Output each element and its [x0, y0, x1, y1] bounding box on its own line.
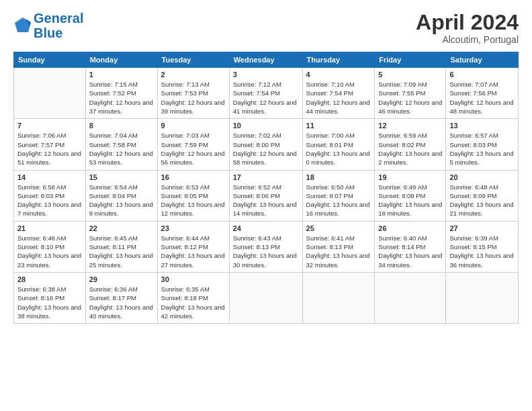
logo-text: General Blue [34, 11, 83, 40]
day-number: 10 [233, 122, 299, 130]
day-info: Sunrise: 6:36 AMSunset: 8:17 PMDaylight:… [89, 285, 154, 320]
calendar-cell: 16Sunrise: 6:53 AMSunset: 8:05 PMDayligh… [157, 170, 229, 221]
weekday-header-tuesday: Tuesday [157, 52, 229, 68]
day-info: Sunrise: 7:02 AMSunset: 8:00 PMDaylight:… [233, 131, 299, 167]
logo: General Blue [13, 11, 83, 40]
day-number: 8 [89, 122, 154, 130]
day-info: Sunrise: 6:53 AMSunset: 8:05 PMDaylight:… [161, 183, 226, 218]
day-info: Sunrise: 7:03 AMSunset: 7:59 PMDaylight:… [161, 131, 226, 167]
calendar-cell: 22Sunrise: 6:45 AMSunset: 8:11 PMDayligh… [85, 221, 157, 272]
day-info: Sunrise: 6:52 AMSunset: 8:06 PMDaylight:… [233, 183, 299, 218]
weekday-header-sunday: Sunday [14, 52, 86, 68]
calendar-table: SundayMondayTuesdayWednesdayThursdayFrid… [13, 52, 519, 324]
day-number: 25 [306, 224, 371, 232]
calendar-cell: 4Sunrise: 7:10 AMSunset: 7:54 PMDaylight… [302, 68, 375, 119]
day-info: Sunrise: 6:40 AMSunset: 8:14 PMDaylight:… [378, 234, 442, 269]
day-number: 9 [161, 122, 226, 130]
calendar-week-row: 28Sunrise: 6:38 AMSunset: 8:16 PMDayligh… [14, 272, 519, 323]
calendar-week-row: 21Sunrise: 6:46 AMSunset: 8:10 PMDayligh… [14, 221, 519, 272]
day-info: Sunrise: 6:46 AMSunset: 8:10 PMDaylight:… [17, 234, 82, 269]
day-info: Sunrise: 6:49 AMSunset: 8:08 PMDaylight:… [378, 183, 442, 218]
day-number: 22 [89, 224, 154, 232]
day-number: 12 [378, 122, 442, 130]
day-info: Sunrise: 7:15 AMSunset: 7:52 PMDaylight:… [89, 80, 154, 116]
day-info: Sunrise: 6:57 AMSunset: 8:03 PMDaylight:… [449, 131, 515, 167]
day-info: Sunrise: 6:50 AMSunset: 8:07 PMDaylight:… [306, 183, 371, 218]
day-number: 29 [89, 275, 154, 283]
day-info: Sunrise: 7:07 AMSunset: 7:56 PMDaylight:… [449, 80, 515, 116]
calendar-cell: 27Sunrise: 6:39 AMSunset: 8:15 PMDayligh… [446, 221, 519, 272]
calendar-week-row: 7Sunrise: 7:06 AMSunset: 7:57 PMDaylight… [14, 119, 519, 170]
day-info: Sunrise: 7:10 AMSunset: 7:54 PMDaylight:… [306, 80, 371, 116]
day-number: 5 [378, 71, 442, 79]
day-number: 6 [449, 71, 515, 79]
calendar-cell: 7Sunrise: 7:06 AMSunset: 7:57 PMDaylight… [14, 119, 86, 170]
day-number: 3 [233, 71, 299, 79]
calendar-cell: 12Sunrise: 6:59 AMSunset: 8:02 PMDayligh… [375, 119, 446, 170]
day-info: Sunrise: 6:48 AMSunset: 8:09 PMDaylight:… [449, 183, 515, 218]
day-info: Sunrise: 7:00 AMSunset: 8:01 PMDaylight:… [306, 131, 371, 167]
calendar-week-row: 14Sunrise: 6:56 AMSunset: 8:03 PMDayligh… [14, 170, 519, 221]
day-number: 27 [449, 224, 515, 232]
day-number: 23 [161, 224, 226, 232]
calendar-cell: 19Sunrise: 6:49 AMSunset: 8:08 PMDayligh… [375, 170, 446, 221]
weekday-header-thursday: Thursday [302, 52, 375, 68]
location-subtitle: Alcoutim, Portugal [416, 34, 519, 45]
calendar-cell: 21Sunrise: 6:46 AMSunset: 8:10 PMDayligh… [14, 221, 86, 272]
calendar-cell: 9Sunrise: 7:03 AMSunset: 7:59 PMDaylight… [157, 119, 229, 170]
calendar-cell: 8Sunrise: 7:04 AMSunset: 7:58 PMDaylight… [85, 119, 157, 170]
calendar-cell: 24Sunrise: 6:43 AMSunset: 8:13 PMDayligh… [229, 221, 302, 272]
calendar-cell: 25Sunrise: 6:41 AMSunset: 8:13 PMDayligh… [302, 221, 375, 272]
day-info: Sunrise: 6:56 AMSunset: 8:03 PMDaylight:… [17, 183, 82, 218]
calendar-cell: 15Sunrise: 6:54 AMSunset: 8:04 PMDayligh… [85, 170, 157, 221]
day-number: 11 [306, 122, 371, 130]
weekday-header-friday: Friday [375, 52, 446, 68]
day-info: Sunrise: 7:04 AMSunset: 7:58 PMDaylight:… [89, 131, 154, 167]
calendar-cell: 6Sunrise: 7:07 AMSunset: 7:56 PMDaylight… [446, 68, 519, 119]
title-block: April 2024 Alcoutim, Portugal [416, 11, 519, 45]
day-number: 19 [378, 173, 442, 181]
day-info: Sunrise: 7:13 AMSunset: 7:53 PMDaylight:… [161, 80, 226, 116]
day-number: 2 [161, 71, 226, 79]
header: General Blue April 2024 Alcoutim, Portug… [13, 11, 519, 45]
day-number: 26 [378, 224, 442, 232]
calendar-cell: 17Sunrise: 6:52 AMSunset: 8:06 PMDayligh… [229, 170, 302, 221]
calendar-cell: 2Sunrise: 7:13 AMSunset: 7:53 PMDaylight… [157, 68, 229, 119]
day-info: Sunrise: 7:12 AMSunset: 7:54 PMDaylight:… [233, 80, 299, 116]
day-info: Sunrise: 6:38 AMSunset: 8:16 PMDaylight:… [17, 285, 82, 320]
calendar-cell: 26Sunrise: 6:40 AMSunset: 8:14 PMDayligh… [375, 221, 446, 272]
calendar-cell: 1Sunrise: 7:15 AMSunset: 7:52 PMDaylight… [85, 68, 157, 119]
weekday-header-row: SundayMondayTuesdayWednesdayThursdayFrid… [14, 52, 519, 68]
day-info: Sunrise: 6:45 AMSunset: 8:11 PMDaylight:… [89, 234, 154, 269]
day-info: Sunrise: 6:39 AMSunset: 8:15 PMDaylight:… [449, 234, 515, 269]
day-number: 16 [161, 173, 226, 181]
calendar-cell [446, 272, 519, 323]
day-info: Sunrise: 6:41 AMSunset: 8:13 PMDaylight:… [306, 234, 371, 269]
calendar-cell [14, 68, 86, 119]
calendar-cell: 3Sunrise: 7:12 AMSunset: 7:54 PMDaylight… [229, 68, 302, 119]
calendar-cell: 14Sunrise: 6:56 AMSunset: 8:03 PMDayligh… [14, 170, 86, 221]
day-info: Sunrise: 6:43 AMSunset: 8:13 PMDaylight:… [233, 234, 299, 269]
day-number: 7 [17, 122, 82, 130]
day-number: 28 [17, 275, 82, 283]
logo-icon [13, 16, 32, 35]
calendar-cell [375, 272, 446, 323]
calendar-cell: 23Sunrise: 6:44 AMSunset: 8:12 PMDayligh… [157, 221, 229, 272]
day-number: 1 [89, 71, 154, 79]
day-number: 14 [17, 173, 82, 181]
calendar-cell: 11Sunrise: 7:00 AMSunset: 8:01 PMDayligh… [302, 119, 375, 170]
calendar-cell: 20Sunrise: 6:48 AMSunset: 8:09 PMDayligh… [446, 170, 519, 221]
day-info: Sunrise: 6:54 AMSunset: 8:04 PMDaylight:… [89, 183, 154, 218]
calendar-cell: 28Sunrise: 6:38 AMSunset: 8:16 PMDayligh… [14, 272, 86, 323]
weekday-header-saturday: Saturday [446, 52, 519, 68]
day-number: 18 [306, 173, 371, 181]
logo-blue: Blue [34, 26, 62, 40]
calendar-cell: 29Sunrise: 6:36 AMSunset: 8:17 PMDayligh… [85, 272, 157, 323]
calendar-cell: 18Sunrise: 6:50 AMSunset: 8:07 PMDayligh… [302, 170, 375, 221]
calendar-cell: 13Sunrise: 6:57 AMSunset: 8:03 PMDayligh… [446, 119, 519, 170]
day-info: Sunrise: 6:44 AMSunset: 8:12 PMDaylight:… [161, 234, 226, 269]
month-title: April 2024 [416, 11, 519, 34]
calendar-cell [302, 272, 375, 323]
day-number: 17 [233, 173, 299, 181]
calendar-cell: 5Sunrise: 7:09 AMSunset: 7:55 PMDaylight… [375, 68, 446, 119]
